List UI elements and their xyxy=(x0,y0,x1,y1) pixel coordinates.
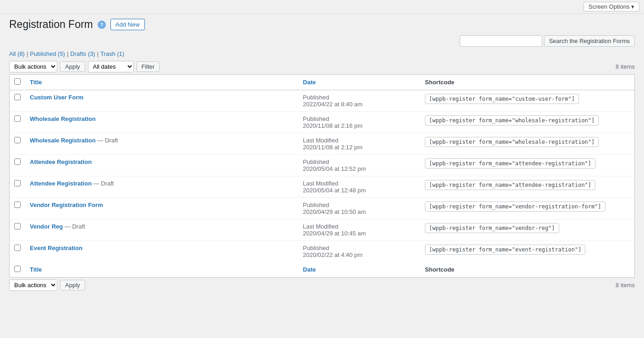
row-title-cell: Event Registration xyxy=(25,241,298,262)
row-shortcode-cell: [wppb-register form_name="wholesale-regi… xyxy=(420,112,634,133)
row-date-cell: Published2020/02/22 at 4:40 pm xyxy=(298,241,420,262)
row-date-cell: Last Modified2020/11/08 at 2:12 pm xyxy=(298,133,420,155)
bulk-actions-select-bottom[interactable]: Bulk actions xyxy=(9,279,57,291)
date-column-header: Date xyxy=(298,75,420,90)
row-title-cell: Vendor Registration Form xyxy=(25,198,298,219)
table-row: Vendor Registration FormPublished2020/04… xyxy=(10,198,635,219)
row-checkbox[interactable] xyxy=(14,94,21,100)
shortcode-badge: [wppb-register form_name="wholesale-regi… xyxy=(425,137,599,147)
row-checkbox[interactable] xyxy=(14,245,21,251)
form-title-link[interactable]: Attendee Registration xyxy=(30,158,92,165)
row-status: Published xyxy=(303,202,329,208)
date-sort-link[interactable]: Date xyxy=(303,79,316,86)
table-row: Attendee Registration — DraftLast Modifi… xyxy=(10,176,635,198)
row-checkbox-cell xyxy=(10,198,26,219)
row-checkbox-cell xyxy=(10,241,26,262)
table-row: Wholesale Registration — DraftLast Modif… xyxy=(10,133,635,155)
form-title-link[interactable]: Wholesale Registration xyxy=(30,115,96,122)
row-checkbox[interactable] xyxy=(14,137,21,143)
forms-table: Title Date Shortcode Custom User FormPub… xyxy=(9,74,635,278)
page-title: Registration Form xyxy=(9,18,93,31)
search-box: Search the Registration Forms xyxy=(460,35,635,47)
help-icon[interactable]: ? xyxy=(98,21,106,29)
row-date: 2020/04/29 at 10:45 am xyxy=(303,230,366,237)
filter-trash-link[interactable]: Trash (1) xyxy=(100,50,124,57)
row-checkbox[interactable] xyxy=(14,180,21,186)
row-checkbox-cell xyxy=(10,176,26,198)
row-date: 2020/11/08 at 2:16 pm xyxy=(303,122,363,129)
title-column-footer: Title xyxy=(25,262,298,278)
filter-button-top[interactable]: Filter xyxy=(137,61,160,72)
row-date-cell: Published2020/04/29 at 10:50 am xyxy=(298,198,420,219)
apply-button-top[interactable]: Apply xyxy=(60,61,85,72)
items-count-bottom: 8 items xyxy=(616,282,635,289)
row-title-cell: Attendee Registration xyxy=(25,155,298,176)
form-title-link[interactable]: Event Registration xyxy=(30,245,83,251)
filter-links: All (8) | Published (5) | Drafts (3) | T… xyxy=(9,50,635,57)
row-status: Published xyxy=(303,94,329,101)
shortcode-badge: [wppb-register form_name="custom-user-fo… xyxy=(425,94,579,104)
form-title-link[interactable]: Vendor Registration Form xyxy=(30,202,103,208)
screen-options-button[interactable]: Screen Options ▾ xyxy=(583,2,639,11)
screen-options-bar: Screen Options ▾ xyxy=(0,0,644,14)
bulk-actions-select-top[interactable]: Bulk actions xyxy=(9,61,57,72)
row-shortcode-cell: [wppb-register form_name="wholesale-regi… xyxy=(420,133,634,155)
row-date-cell: Last Modified2020/05/04 at 12:48 pm xyxy=(298,176,420,198)
row-date: 2020/04/29 at 10:50 am xyxy=(303,208,366,215)
title-sort-link[interactable]: Title xyxy=(30,79,42,86)
date-column-footer: Date xyxy=(298,262,420,278)
select-all-footer xyxy=(10,262,26,278)
row-date-cell: Published2022/04/22 at 8:40 am xyxy=(298,90,420,112)
row-status: Published xyxy=(303,245,329,251)
row-shortcode-cell: [wppb-register form_name="attendee-regis… xyxy=(420,155,634,176)
row-checkbox[interactable] xyxy=(14,202,21,208)
row-date: 2020/05/04 at 12:52 pm xyxy=(303,165,366,172)
add-new-button[interactable]: Add New xyxy=(110,19,145,30)
search-input[interactable] xyxy=(460,35,542,47)
row-checkbox-cell xyxy=(10,90,26,112)
shortcode-badge: [wppb-register form_name="vendor-reg"] xyxy=(425,223,559,233)
table-row: Vendor Reg — DraftLast Modified2020/04/2… xyxy=(10,219,635,241)
row-title-cell: Wholesale Registration xyxy=(25,112,298,133)
filter-all-link[interactable]: All (8) xyxy=(9,50,25,57)
row-shortcode-cell: [wppb-register form_name="vendor-reg"] xyxy=(420,219,634,241)
shortcode-badge: [wppb-register form_name="event-registra… xyxy=(425,245,585,255)
form-title-link[interactable]: Attendee Registration xyxy=(30,180,92,187)
search-button[interactable]: Search the Registration Forms xyxy=(544,35,635,47)
row-status: Last Modified xyxy=(303,223,338,230)
search-row: Search the Registration Forms xyxy=(9,35,635,47)
top-tablenav: Bulk actions Apply All dates Filter 8 it… xyxy=(9,61,635,72)
select-all-checkbox-bottom[interactable] xyxy=(14,266,21,272)
form-title-link[interactable]: Custom User Form xyxy=(30,94,83,101)
form-title-link[interactable]: Vendor Reg xyxy=(30,223,63,230)
row-status: Published xyxy=(303,115,329,122)
row-checkbox-cell xyxy=(10,219,26,241)
row-status: Last Modified xyxy=(303,137,338,144)
select-all-header xyxy=(10,75,26,90)
apply-button-bottom[interactable]: Apply xyxy=(60,280,85,290)
row-checkbox-cell xyxy=(10,133,26,155)
row-date: 2020/02/22 at 4:40 pm xyxy=(303,251,363,258)
row-checkbox[interactable] xyxy=(14,158,21,165)
dates-select-top[interactable]: All dates xyxy=(88,61,134,72)
row-status: Last Modified xyxy=(303,180,338,187)
row-date-cell: Published2020/11/08 at 2:16 pm xyxy=(298,112,420,133)
select-all-checkbox[interactable] xyxy=(14,78,21,85)
title-column-header: Title xyxy=(25,75,298,90)
form-title-link[interactable]: Wholesale Registration xyxy=(30,137,96,144)
date-sort-link-bottom[interactable]: Date xyxy=(303,266,316,273)
row-shortcode-cell: [wppb-register form_name="event-registra… xyxy=(420,241,634,262)
draft-label: — Draft xyxy=(92,180,114,187)
row-title-cell: Custom User Form xyxy=(25,90,298,112)
row-title-cell: Vendor Reg — Draft xyxy=(25,219,298,241)
row-checkbox[interactable] xyxy=(14,115,21,122)
row-title-cell: Attendee Registration — Draft xyxy=(25,176,298,198)
row-title-cell: Wholesale Registration — Draft xyxy=(25,133,298,155)
table-row: Custom User FormPublished2022/04/22 at 8… xyxy=(10,90,635,112)
filter-published-link[interactable]: Published (5) xyxy=(30,50,65,57)
row-checkbox[interactable] xyxy=(14,223,21,229)
title-sort-link-bottom[interactable]: Title xyxy=(30,266,42,273)
shortcode-column-footer: Shortcode xyxy=(420,262,634,278)
filter-drafts-link[interactable]: Drafts (3) xyxy=(70,50,95,57)
table-row: Attendee RegistrationPublished2020/05/04… xyxy=(10,155,635,176)
